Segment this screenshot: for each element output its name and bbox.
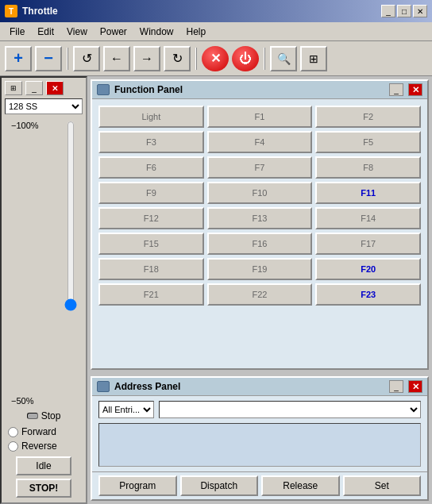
func-btn-f22[interactable]: F22 <box>207 283 313 306</box>
func-btn-f9[interactable]: F9 <box>98 182 204 204</box>
window-layout-button[interactable]: ⊞ <box>300 46 327 71</box>
minimize-button[interactable]: _ <box>381 5 395 17</box>
throttle-slider[interactable] <box>59 121 83 311</box>
menu-edit[interactable]: Edit <box>31 25 60 39</box>
label-100: −100% <box>11 121 39 130</box>
separator-3 <box>264 48 265 70</box>
func-btn-f21[interactable]: F21 <box>98 283 204 306</box>
forward-radio-label[interactable]: Forward <box>8 426 79 437</box>
address-panel-title: Address Panel <box>114 381 384 392</box>
throttle-close-btn[interactable]: ✕ <box>46 81 64 95</box>
throttle-panel-header: ⊞ _ ✕ <box>5 81 83 95</box>
func-btn-f15[interactable]: F15 <box>98 233 204 255</box>
function-panel: Function Panel _ ✕ LightF1F2F3F4F5F6F7F8… <box>91 79 429 370</box>
reverse-radio-label[interactable]: Reverse <box>8 441 79 452</box>
search-button[interactable]: 🔍 <box>270 46 297 71</box>
reverse-radio[interactable] <box>8 441 18 452</box>
func-btn-f3[interactable]: F3 <box>98 131 204 153</box>
func-btn-f4[interactable]: F4 <box>207 131 313 153</box>
function-panel-minimize[interactable]: _ <box>389 83 403 96</box>
menu-bar: File Edit View Power Window Help <box>0 22 432 41</box>
stop-indicator: Stop <box>27 410 61 421</box>
menu-help[interactable]: Help <box>180 25 213 39</box>
app-icon: T <box>5 5 17 17</box>
stop-led <box>27 413 38 419</box>
stop-label: Stop <box>41 410 61 421</box>
address-display <box>98 423 421 467</box>
func-btn-light[interactable]: Light <box>98 106 204 128</box>
menu-power[interactable]: Power <box>94 25 133 39</box>
function-panel-icon <box>97 84 110 95</box>
func-btn-f17[interactable]: F17 <box>315 233 421 255</box>
undo-button[interactable]: ↺ <box>73 46 100 71</box>
func-btn-f5[interactable]: F5 <box>315 131 421 153</box>
separator-1 <box>67 48 68 70</box>
label-50: −50% <box>11 396 39 406</box>
estop-button[interactable]: STOP! <box>16 479 71 498</box>
menu-view[interactable]: View <box>60 25 94 39</box>
redo-button[interactable]: ↻ <box>164 46 191 71</box>
app-title: Throttle <box>22 6 381 17</box>
loco-select[interactable] <box>159 401 421 418</box>
address-panel: Address Panel _ ✕ All Entri... Program D… <box>91 376 429 501</box>
speed-selector[interactable]: 128 SS 28 SS 14 SS <box>5 98 83 114</box>
title-bar: T Throttle _ □ ✕ <box>0 0 432 22</box>
throttle-panel: ⊞ _ ✕ 128 SS 28 SS 14 SS −100% −50% Stop <box>0 76 87 504</box>
filter-select[interactable]: All Entri... <box>98 401 154 418</box>
toolbar: + − ↺ ← → ↻ ✕ ⏻ 🔍 ⊞ <box>0 41 432 76</box>
function-panel-title: Function Panel <box>114 84 384 95</box>
func-btn-f18[interactable]: F18 <box>98 258 204 280</box>
address-panel-minimize[interactable]: _ <box>389 380 403 393</box>
func-btn-f11[interactable]: F11 <box>315 182 421 204</box>
address-panel-close[interactable]: ✕ <box>408 380 422 393</box>
func-btn-f13[interactable]: F13 <box>207 207 313 229</box>
func-btn-f12[interactable]: F12 <box>98 207 204 229</box>
maximize-button[interactable]: □ <box>397 5 411 17</box>
right-area: Function Panel _ ✕ LightF1F2F3F4F5F6F7F8… <box>87 76 432 504</box>
program-button[interactable]: Program <box>98 475 177 496</box>
func-btn-f19[interactable]: F19 <box>207 258 313 280</box>
address-panel-header: Address Panel _ ✕ <box>92 378 427 396</box>
release-button[interactable]: Release <box>261 475 340 496</box>
close-button[interactable]: ✕ <box>413 5 427 17</box>
slider-container: −100% −50% <box>5 121 83 406</box>
reverse-label: Reverse <box>21 441 57 452</box>
remove-button[interactable]: − <box>35 46 62 71</box>
main-area: ⊞ _ ✕ 128 SS 28 SS 14 SS −100% −50% Stop <box>0 76 432 504</box>
function-panel-close[interactable]: ✕ <box>408 83 422 96</box>
throttle-icon-btn[interactable]: ⊞ <box>5 81 22 95</box>
throttle-minimize-btn[interactable]: _ <box>25 81 43 95</box>
func-btn-f10[interactable]: F10 <box>207 182 313 204</box>
address-controls: All Entri... <box>92 396 427 423</box>
menu-window[interactable]: Window <box>133 25 180 39</box>
speed-selector-row: 128 SS 28 SS 14 SS <box>5 98 83 114</box>
idle-button[interactable]: Idle <box>16 456 71 475</box>
add-button[interactable]: + <box>5 46 32 71</box>
address-panel-icon <box>97 381 110 392</box>
function-panel-header: Function Panel _ ✕ <box>92 81 427 99</box>
func-btn-f20[interactable]: F20 <box>315 258 421 280</box>
func-btn-f1[interactable]: F1 <box>207 106 313 128</box>
address-buttons: Program Dispatch Release Set <box>92 471 427 499</box>
menu-file[interactable]: File <box>3 25 31 39</box>
separator-2 <box>195 48 197 70</box>
func-btn-f7[interactable]: F7 <box>207 156 313 179</box>
set-button[interactable]: Set <box>343 475 422 496</box>
func-btn-f16[interactable]: F16 <box>207 233 313 255</box>
function-grid: LightF1F2F3F4F5F6F7F8F9F10F11F12F13F14F1… <box>92 99 427 312</box>
func-btn-f2[interactable]: F2 <box>315 106 421 128</box>
window-controls: _ □ ✕ <box>381 5 427 17</box>
slider-labels: −100% −50% <box>11 121 39 406</box>
back-button[interactable]: ← <box>103 46 130 71</box>
forward-button[interactable]: → <box>133 46 160 71</box>
direction-controls: Forward Reverse <box>5 423 83 455</box>
power-button[interactable]: ⏻ <box>232 46 259 71</box>
emergency-stop-button[interactable]: ✕ <box>202 46 229 71</box>
dispatch-button[interactable]: Dispatch <box>180 475 259 496</box>
func-btn-f8[interactable]: F8 <box>315 156 421 179</box>
forward-radio[interactable] <box>8 427 18 437</box>
forward-label: Forward <box>21 426 56 437</box>
func-btn-f23[interactable]: F23 <box>315 283 421 306</box>
func-btn-f6[interactable]: F6 <box>98 156 204 179</box>
func-btn-f14[interactable]: F14 <box>315 207 421 229</box>
